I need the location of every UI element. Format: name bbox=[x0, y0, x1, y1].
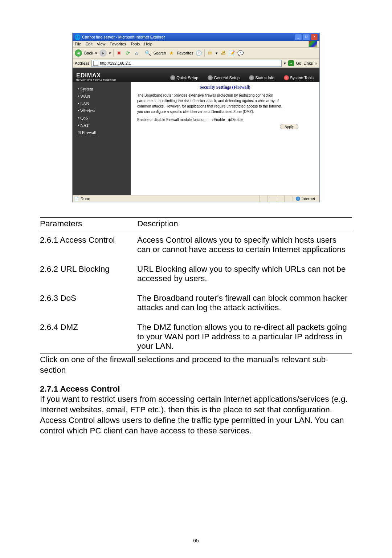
col-description: Description bbox=[137, 217, 352, 230]
router-main-panel: Security Settings (Firewall) The Broadba… bbox=[131, 82, 319, 195]
favorites-label: Favorites bbox=[177, 51, 193, 55]
table-row: 2.6.4 DMZ The DMZ function allows you to… bbox=[40, 318, 352, 353]
sidebar-item-lan[interactable]: LAN bbox=[78, 100, 131, 107]
menu-view[interactable]: View bbox=[97, 42, 106, 46]
search-label: Search bbox=[153, 51, 166, 55]
table-footnote: Click on one of the firewall selections … bbox=[40, 354, 352, 376]
radio-disable[interactable]: ◉Disable bbox=[228, 118, 243, 122]
menu-help[interactable]: Help bbox=[144, 42, 152, 46]
tab-status-info[interactable]: Status Info bbox=[249, 75, 274, 80]
go-button[interactable]: → bbox=[288, 60, 294, 66]
param-name: 2.6.2 URL Blocking bbox=[40, 259, 137, 288]
panel-heading: Security Settings (Firewall) bbox=[137, 85, 313, 90]
maximize-button[interactable]: □ bbox=[303, 34, 310, 40]
param-desc: The DMZ function allows you to re-direct… bbox=[137, 318, 352, 353]
home-icon[interactable]: ⌂ bbox=[133, 50, 140, 56]
url-input[interactable]: http://192.168.2.1 bbox=[91, 60, 281, 67]
discuss-icon[interactable]: 💬 bbox=[237, 50, 244, 56]
globe-icon bbox=[208, 75, 213, 80]
windows-flag-icon bbox=[309, 41, 317, 47]
forward-dropdown[interactable]: ▾ bbox=[109, 51, 111, 56]
favorites-icon[interactable]: ★ bbox=[168, 50, 175, 56]
statusbar: 📄 Done Internet bbox=[73, 195, 319, 202]
forward-button[interactable]: ► bbox=[99, 49, 107, 57]
titlebar: 🌐 Cannot find server - Microsoft Interne… bbox=[73, 33, 319, 41]
sidebar-item-wan[interactable]: WAN bbox=[78, 93, 131, 100]
address-label: Address bbox=[75, 61, 89, 65]
param-desc: Access Control allows you to specify whi… bbox=[137, 230, 352, 260]
menu-file[interactable]: File bbox=[75, 42, 81, 46]
globe-icon bbox=[249, 75, 254, 80]
separator-icon bbox=[204, 49, 205, 57]
links-chevron-icon[interactable]: » bbox=[315, 61, 317, 65]
globe-icon bbox=[284, 75, 289, 80]
param-desc: The Broadband router's firewall can bloc… bbox=[137, 288, 352, 318]
page-content: EDIMAX NETWORKING PEOPLE TOGETHER Quick … bbox=[73, 68, 319, 195]
page-number: 65 bbox=[0, 538, 392, 543]
table-row: 2.6.2 URL Blocking URL Blocking allow yo… bbox=[40, 259, 352, 288]
panel-text: parameters, thus limiting the risk of ha… bbox=[137, 98, 313, 103]
status-zone: Internet bbox=[293, 197, 318, 201]
sidebar-item-system[interactable]: System bbox=[78, 85, 131, 93]
stop-icon[interactable]: ✖ bbox=[116, 50, 122, 56]
router-banner: EDIMAX NETWORKING PEOPLE TOGETHER Quick … bbox=[73, 68, 319, 82]
section-heading: 2.7.1 Access Control bbox=[40, 384, 352, 394]
status-cell bbox=[259, 195, 268, 202]
col-parameters: Parameters bbox=[40, 217, 137, 230]
print-icon[interactable]: 🖶 bbox=[220, 50, 226, 56]
history-icon[interactable]: 🕑 bbox=[196, 50, 202, 56]
edit-icon[interactable]: 📝 bbox=[229, 50, 235, 56]
back-dropdown[interactable]: ▾ bbox=[95, 51, 97, 56]
panel-text: common attacks. However, for application… bbox=[137, 104, 313, 109]
ie-icon: 🌐 bbox=[74, 34, 81, 40]
menubar: File Edit View Favorites Tools Help bbox=[73, 41, 319, 48]
tab-general-setup[interactable]: General Setup bbox=[208, 75, 240, 80]
close-button[interactable]: × bbox=[311, 34, 318, 40]
address-dropdown[interactable]: ▾ bbox=[284, 61, 286, 66]
panel-text: you can configure a specific client/serv… bbox=[137, 109, 313, 114]
refresh-icon[interactable]: ⟳ bbox=[124, 50, 131, 56]
tab-quick-setup[interactable]: Quick Setup bbox=[170, 75, 198, 80]
radio-enable[interactable]: ○Enable bbox=[212, 118, 225, 122]
brand-logo: EDIMAX NETWORKING PEOPLE TOGETHER bbox=[73, 71, 131, 82]
back-button[interactable]: ◄ bbox=[75, 49, 82, 57]
brand-tagline: NETWORKING PEOPLE TOGETHER bbox=[76, 79, 128, 81]
window-title: Cannot find server - Microsoft Internet … bbox=[81, 35, 295, 39]
separator-icon bbox=[142, 49, 142, 57]
param-name: 2.6.4 DMZ bbox=[40, 318, 137, 353]
table-row: 2.6.1 Access Control Access Control allo… bbox=[40, 230, 352, 260]
brand-name: EDIMAX bbox=[76, 72, 128, 79]
back-label: Back bbox=[84, 51, 93, 55]
table-row: 2.6.3 DoS The Broadband router's firewal… bbox=[40, 288, 352, 318]
separator-icon bbox=[113, 49, 114, 57]
firewall-toggle-row: Enable or disable Firewall module functi… bbox=[137, 118, 313, 122]
toggle-label: Enable or disable Firewall module functi… bbox=[137, 118, 207, 122]
sidebar-item-qos[interactable]: QoS bbox=[78, 114, 131, 122]
menu-favorites[interactable]: Favorites bbox=[110, 42, 126, 46]
param-name: 2.6.3 DoS bbox=[40, 288, 137, 318]
router-sidebar: System WAN LAN Wireless QoS NAT Firewall bbox=[73, 82, 131, 195]
page-icon bbox=[93, 61, 98, 66]
panel-text: The Broadband router provides extensive … bbox=[137, 93, 313, 98]
addressbar: Address http://192.168.2.1 ▾ → Go Links … bbox=[73, 59, 319, 68]
section-body: If you want to restrict users from acces… bbox=[40, 394, 352, 436]
status-done: 📄 Done bbox=[74, 197, 90, 201]
links-label: Links bbox=[303, 61, 313, 65]
sidebar-item-firewall[interactable]: Firewall bbox=[78, 129, 131, 137]
minimize-button[interactable]: _ bbox=[295, 34, 302, 40]
ie-window: 🌐 Cannot find server - Microsoft Interne… bbox=[72, 33, 320, 202]
tab-system-tools[interactable]: System Tools bbox=[284, 75, 314, 80]
apply-button[interactable]: Apply bbox=[280, 124, 298, 129]
menu-tools[interactable]: Tools bbox=[131, 42, 140, 46]
status-cell bbox=[276, 195, 284, 202]
go-label: Go bbox=[296, 61, 302, 65]
param-name: 2.6.1 Access Control bbox=[40, 230, 137, 260]
mail-dropdown[interactable]: ▾ bbox=[216, 51, 218, 56]
sidebar-item-nat[interactable]: NAT bbox=[78, 122, 131, 129]
internet-icon bbox=[296, 197, 300, 201]
globe-icon bbox=[170, 75, 175, 80]
sidebar-item-wireless[interactable]: Wireless bbox=[78, 107, 131, 114]
mail-icon[interactable]: ✉ bbox=[207, 50, 213, 56]
search-icon[interactable]: 🔍 bbox=[144, 50, 151, 56]
menu-edit[interactable]: Edit bbox=[86, 42, 93, 46]
